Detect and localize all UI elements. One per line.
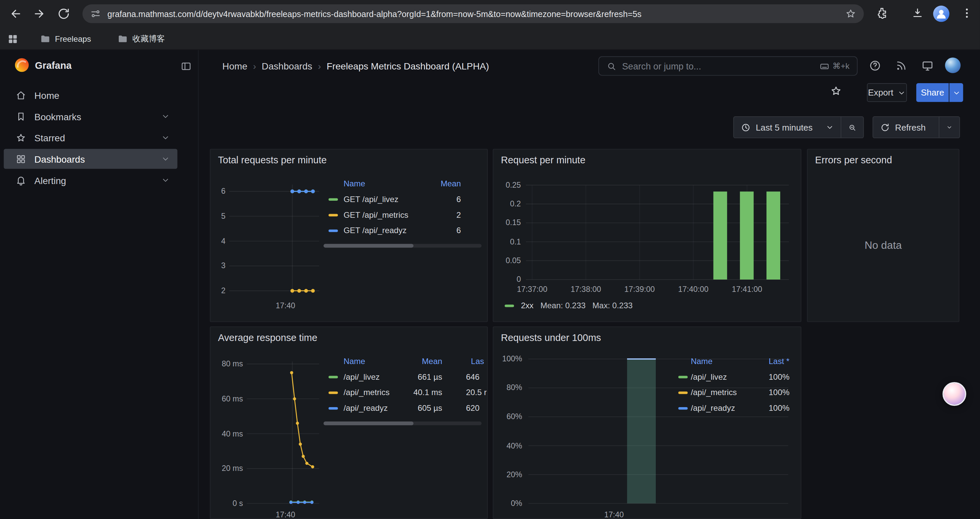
series-color-dash bbox=[329, 407, 338, 409]
chevron-down-icon bbox=[897, 88, 905, 96]
legend-scrollbar[interactable] bbox=[323, 244, 482, 248]
series-color-dash bbox=[505, 304, 514, 307]
legend-col-name[interactable]: Name bbox=[344, 356, 365, 366]
kiosk-monitor-icon[interactable] bbox=[921, 59, 934, 72]
series-mean: Mean: 0.233 bbox=[540, 301, 585, 310]
chevron-down-icon[interactable] bbox=[161, 112, 170, 121]
keyboard-icon bbox=[819, 61, 830, 71]
bookmark-folder-blogs[interactable]: 收藏博客 bbox=[118, 32, 165, 45]
sidebar-item-home[interactable]: Home bbox=[4, 85, 177, 105]
dashboards-grid-icon bbox=[16, 153, 26, 164]
series-color-dash bbox=[678, 407, 688, 409]
legend-row[interactable]: GET /api/_readyz 6 bbox=[323, 223, 482, 239]
legend-row[interactable]: /api/_metrics 40.1 ms 20.5 r bbox=[323, 385, 482, 401]
extensions-icon[interactable] bbox=[876, 7, 889, 21]
forward-button[interactable] bbox=[32, 7, 46, 21]
screen: grafana.mathmast.com/d/deytv4rwavabkb/fr… bbox=[0, 0, 980, 519]
series-color-dash bbox=[329, 391, 338, 394]
chevron-down-icon[interactable] bbox=[161, 176, 170, 184]
brand-name: Grafana bbox=[35, 60, 72, 72]
legend-col-name[interactable]: Name bbox=[344, 179, 365, 188]
star-icon bbox=[16, 132, 26, 143]
panel-avg-response-time: Average response time 80 ms60 ms40 ms20 … bbox=[210, 326, 488, 519]
legend-col-last[interactable]: Las bbox=[471, 356, 484, 366]
panel-total-requests: Total requests per minute 6543217:40 Nam… bbox=[210, 149, 488, 322]
address-bar[interactable]: grafana.mathmast.com/d/deytv4rwavabkb/fr… bbox=[83, 4, 864, 23]
back-button[interactable] bbox=[9, 7, 22, 21]
legend-table: Name Mean GET /api/_livez 6 GET /api/_me… bbox=[323, 177, 482, 239]
zoom-out-button[interactable] bbox=[841, 116, 864, 138]
browser-chrome: grafana.mathmast.com/d/deytv4rwavabkb/fr… bbox=[0, 0, 980, 50]
request-per-minute-chart[interactable]: 0.250.20.150.10.05017:37:0017:38:0017:39… bbox=[493, 150, 800, 322]
no-data-message: No data bbox=[808, 240, 959, 252]
search-input[interactable] bbox=[622, 61, 814, 71]
folder-icon bbox=[40, 34, 51, 44]
panel-errors-per-second: Errors per second No data bbox=[807, 149, 959, 322]
browser-profile-avatar[interactable] bbox=[933, 6, 950, 22]
legend-col-mean[interactable]: Mean bbox=[422, 356, 442, 366]
news-rss-icon[interactable] bbox=[895, 59, 907, 72]
folder-icon bbox=[118, 34, 128, 44]
zoom-out-icon bbox=[848, 122, 856, 132]
sidebar-item-dashboards[interactable]: Dashboards bbox=[4, 149, 177, 169]
grafana-logo[interactable] bbox=[14, 57, 30, 73]
scrollbar-thumb[interactable] bbox=[323, 422, 414, 425]
favorite-star-icon[interactable] bbox=[830, 85, 842, 97]
search-bar[interactable]: ⌘+k bbox=[598, 56, 858, 76]
sidebar-item-bookmarks[interactable]: Bookmarks bbox=[4, 106, 177, 126]
url-text: grafana.mathmast.com/d/deytv4rwavabkb/fr… bbox=[107, 9, 839, 18]
user-avatar[interactable] bbox=[945, 57, 961, 73]
series-color-dash bbox=[329, 230, 338, 232]
share-button[interactable]: Share bbox=[916, 83, 949, 102]
legend-row[interactable]: /api/_livez 100% bbox=[678, 370, 794, 385]
browser-menu-icon[interactable] bbox=[961, 7, 974, 21]
reload-button[interactable] bbox=[57, 7, 70, 21]
refresh-button[interactable]: Refresh bbox=[873, 116, 939, 138]
share-dropdown-button[interactable] bbox=[949, 83, 963, 102]
dock-menu-icon[interactable] bbox=[180, 61, 192, 72]
chevron-down-icon[interactable] bbox=[161, 155, 170, 163]
time-range-picker[interactable]: Last 5 minutes bbox=[733, 116, 841, 138]
breadcrumb-separator: › bbox=[253, 61, 256, 72]
clock-icon bbox=[741, 122, 751, 132]
site-info-icon[interactable] bbox=[90, 8, 102, 19]
breadcrumb-home[interactable]: Home bbox=[223, 61, 248, 72]
downloads-icon[interactable] bbox=[911, 7, 925, 21]
legend-row[interactable]: /api/_metrics 100% bbox=[678, 385, 794, 401]
bookmark-icon bbox=[16, 111, 26, 121]
legend[interactable]: 2xx Mean: 0.233 Max: 0.233 bbox=[505, 301, 633, 310]
legend-col-name[interactable]: Name bbox=[691, 356, 713, 366]
sidebar-item-alerting[interactable]: Alerting bbox=[4, 170, 177, 190]
series-color-dash bbox=[329, 198, 338, 201]
bell-icon bbox=[16, 175, 26, 185]
legend-table: Name Last * /api/_livez 100% /api/_metri… bbox=[678, 355, 794, 417]
legend-row[interactable]: GET /api/_livez 6 bbox=[323, 192, 482, 208]
bookmark-folder-freeleaps[interactable]: Freeleaps bbox=[40, 32, 91, 45]
sidebar: Grafana Home Bookmarks Starred bbox=[0, 50, 199, 519]
series-color-dash bbox=[329, 214, 338, 216]
chevron-down-icon[interactable] bbox=[161, 133, 170, 142]
refresh-icon bbox=[880, 122, 890, 132]
help-icon[interactable] bbox=[869, 59, 881, 72]
scrollbar-thumb[interactable] bbox=[323, 244, 414, 248]
bookmark-star-icon[interactable] bbox=[845, 8, 856, 19]
legend-row[interactable]: /api/_readyz 605 µs 620 bbox=[323, 401, 482, 417]
legend-table: Name Mean Las /api/_livez 661 µs 646 /ap… bbox=[323, 355, 482, 417]
legend-col-mean[interactable]: Mean bbox=[441, 179, 461, 188]
breadcrumb-dashboards[interactable]: Dashboards bbox=[262, 61, 312, 72]
legend-scrollbar[interactable] bbox=[323, 422, 482, 425]
chevron-down-icon bbox=[826, 123, 834, 131]
legend-row[interactable]: /api/_readyz 100% bbox=[678, 401, 794, 417]
legend-row[interactable]: GET /api/_metrics 2 bbox=[323, 208, 482, 224]
panel-title[interactable]: Errors per second bbox=[815, 155, 892, 166]
refresh-interval-dropdown[interactable] bbox=[939, 116, 960, 138]
apps-grid-icon[interactable] bbox=[7, 32, 18, 45]
search-shortcut: ⌘+k bbox=[819, 61, 850, 71]
panel-request-per-minute: Request per minute 0.250.20.150.10.05017… bbox=[493, 149, 801, 322]
sidebar-item-starred[interactable]: Starred bbox=[4, 128, 177, 148]
breadcrumb: Home › Dashboards › Freeleaps Metrics Da… bbox=[223, 61, 489, 72]
floating-assistant-avatar[interactable] bbox=[943, 382, 966, 406]
legend-col-last[interactable]: Last * bbox=[769, 356, 789, 366]
export-button[interactable]: Export bbox=[867, 83, 907, 102]
legend-row[interactable]: /api/_livez 661 µs 646 bbox=[323, 370, 482, 385]
